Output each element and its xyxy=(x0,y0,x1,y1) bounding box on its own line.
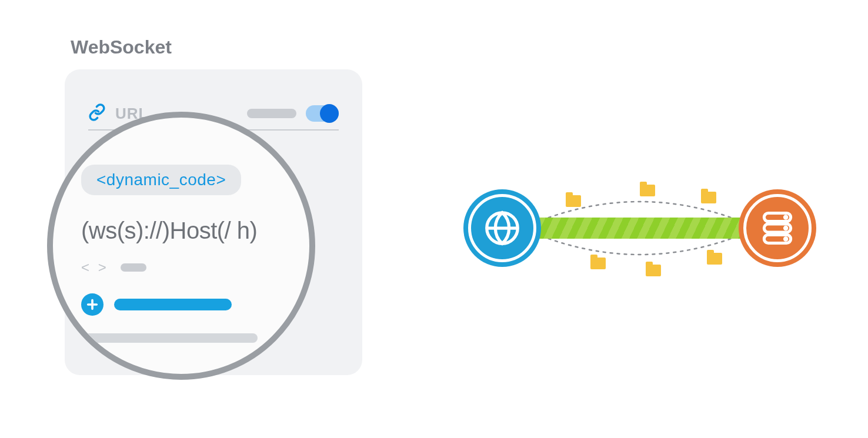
url-pattern-text: (ws(s)://)Host(/ h) xyxy=(81,218,281,244)
angle-brackets-row: < > xyxy=(81,259,281,276)
data-packet-icon xyxy=(640,185,655,196)
data-packet-icon xyxy=(646,265,661,276)
globe-icon xyxy=(482,208,523,249)
link-icon xyxy=(88,103,106,123)
data-packet-icon xyxy=(590,258,606,269)
data-packet-icon xyxy=(707,253,722,265)
page-title: WebSocket xyxy=(71,36,172,58)
data-packet-icon xyxy=(566,195,581,207)
placeholder-bar xyxy=(81,333,258,343)
server-database-node xyxy=(739,189,816,267)
add-bar xyxy=(114,299,232,310)
svg-point-5 xyxy=(784,227,786,229)
dynamic-code-chip[interactable]: <dynamic_code> xyxy=(81,165,241,195)
client-globe-node xyxy=(463,189,541,267)
server-icon xyxy=(757,208,797,248)
connection-diagram xyxy=(463,169,816,287)
toggle-knob xyxy=(320,104,339,123)
svg-point-6 xyxy=(784,238,786,240)
plus-icon[interactable] xyxy=(81,293,104,316)
enable-toggle[interactable] xyxy=(306,105,339,122)
magnifier-lens: <dynamic_code> (ws(s)://)Host(/ h) < > xyxy=(47,112,315,380)
add-row[interactable] xyxy=(81,293,281,316)
angle-brackets-icon: < > xyxy=(81,259,109,276)
persistent-connection-bar xyxy=(522,218,757,239)
data-packet-icon xyxy=(701,192,716,203)
svg-point-4 xyxy=(784,216,786,218)
placeholder-pill xyxy=(247,109,296,118)
placeholder-pill-small xyxy=(121,263,146,272)
